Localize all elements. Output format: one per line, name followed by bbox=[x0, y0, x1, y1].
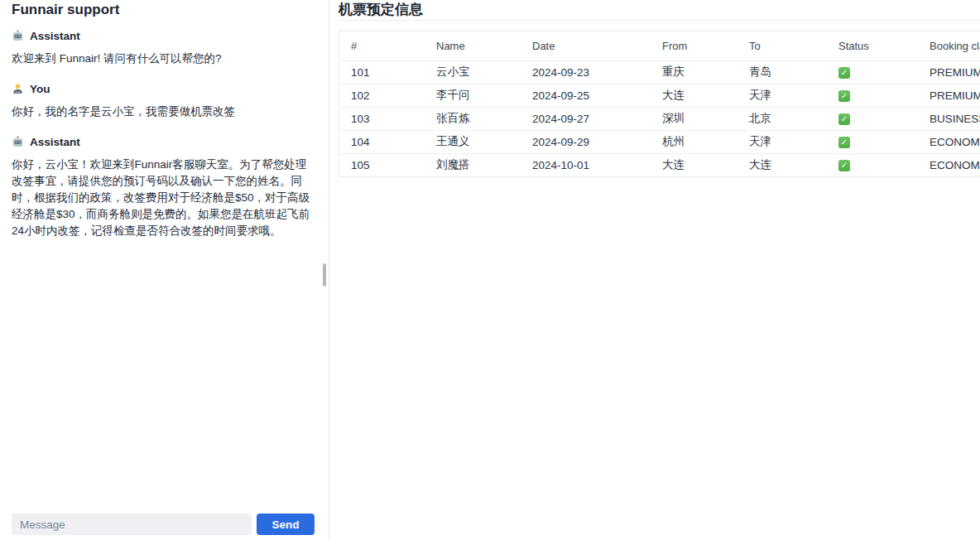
column-header[interactable]: Name bbox=[425, 31, 521, 60]
cell-name: 刘魔搭 bbox=[425, 153, 521, 176]
table-row[interactable]: 102李千问2024-09-25大连天津✓PREMIUM_ECONOMY bbox=[339, 84, 980, 107]
cell-date: 2024-09-25 bbox=[521, 84, 651, 107]
table-row[interactable]: 101云小宝2024-09-23重庆青岛✓PREMIUM_ECONOMY bbox=[339, 60, 980, 84]
cell-from: 深圳 bbox=[651, 107, 737, 130]
column-header[interactable]: To bbox=[737, 31, 827, 60]
column-header[interactable]: From bbox=[651, 31, 737, 60]
cell-booking_class: PREMIUM_ECONOMY bbox=[918, 84, 980, 107]
bookings-table: #NameDateFromToStatusBooking class 101云小… bbox=[339, 31, 980, 176]
column-header[interactable]: Date bbox=[521, 31, 651, 60]
chat-scrollbar-thumb[interactable] bbox=[323, 263, 326, 287]
cell-to: 天津 bbox=[737, 130, 827, 153]
cell-number: 105 bbox=[339, 153, 425, 176]
app-window: Funnair support Assistant欢迎来到 Funnair! 请… bbox=[0, 0, 980, 540]
cell-from: 杭州 bbox=[651, 130, 737, 153]
chat-title: Funnair support bbox=[0, 0, 329, 18]
bookings-title: 机票预定信息 bbox=[339, 2, 980, 18]
robot-icon bbox=[12, 30, 24, 42]
cell-date: 2024-09-23 bbox=[521, 60, 651, 84]
message-author: Assistant bbox=[30, 136, 80, 148]
table-row[interactable]: 104王通义2024-09-29杭州天津✓ECONOMY bbox=[339, 130, 980, 153]
table-row[interactable]: 103张百炼2024-09-27深圳北京✓BUSINESS bbox=[339, 107, 980, 130]
column-header[interactable]: Status bbox=[827, 31, 918, 60]
cell-date: 2024-09-27 bbox=[521, 107, 651, 130]
send-button[interactable]: Send bbox=[257, 513, 315, 535]
chat-panel: Funnair support Assistant欢迎来到 Funnair! 请… bbox=[0, 0, 329, 540]
column-header[interactable]: Booking class bbox=[918, 31, 980, 60]
message-header: You bbox=[12, 83, 312, 95]
message-header: Assistant bbox=[12, 30, 312, 42]
table-header-row: #NameDateFromToStatusBooking class bbox=[339, 31, 980, 60]
cell-booking_class: BUSINESS bbox=[918, 107, 980, 130]
message-text: 你好，云小宝！欢迎来到Funnair客服聊天室。为了帮您处理改签事宜，请提供您的… bbox=[12, 157, 312, 239]
cell-booking_class: ECONOMY bbox=[918, 130, 980, 153]
status-confirmed-icon: ✓ bbox=[838, 137, 850, 148]
message-author: Assistant bbox=[30, 30, 80, 42]
cell-number: 104 bbox=[339, 130, 425, 153]
cell-status: ✓ bbox=[827, 130, 918, 153]
technologist-icon bbox=[12, 83, 24, 95]
cell-status: ✓ bbox=[827, 107, 918, 130]
cell-number: 101 bbox=[339, 60, 425, 84]
message-text: 欢迎来到 Funnair! 请问有什么可以帮您的? bbox=[12, 51, 312, 67]
cell-to: 天津 bbox=[737, 84, 827, 107]
chat-message: Assistant欢迎来到 Funnair! 请问有什么可以帮您的? bbox=[12, 30, 312, 67]
message-list: Assistant欢迎来到 Funnair! 请问有什么可以帮您的?You你好，… bbox=[0, 18, 329, 513]
column-header[interactable]: # bbox=[339, 31, 425, 60]
message-author: You bbox=[30, 83, 50, 95]
message-text: 你好，我的名字是云小宝，我需要做机票改签 bbox=[12, 104, 312, 120]
cell-from: 大连 bbox=[651, 153, 737, 176]
message-input[interactable] bbox=[12, 513, 252, 535]
cell-booking_class: ECONOMY bbox=[918, 153, 980, 176]
chat-message: Assistant你好，云小宝！欢迎来到Funnair客服聊天室。为了帮您处理改… bbox=[12, 136, 312, 239]
status-confirmed-icon: ✓ bbox=[838, 160, 850, 171]
robot-icon bbox=[12, 136, 24, 148]
table-body: 101云小宝2024-09-23重庆青岛✓PREMIUM_ECONOMY102李… bbox=[339, 60, 980, 176]
bookings-grid: #NameDateFromToStatusBooking class 101云小… bbox=[339, 31, 980, 177]
cell-status: ✓ bbox=[827, 153, 918, 176]
table-row[interactable]: 105刘魔搭2024-10-01大连大连✓ECONOMY bbox=[339, 153, 980, 176]
cell-name: 云小宝 bbox=[425, 60, 521, 84]
cell-number: 102 bbox=[339, 84, 425, 107]
cell-status: ✓ bbox=[827, 60, 918, 84]
chat-input-row: Send bbox=[0, 513, 329, 540]
cell-date: 2024-09-29 bbox=[521, 130, 651, 153]
status-confirmed-icon: ✓ bbox=[838, 67, 850, 79]
cell-from: 大连 bbox=[651, 84, 737, 107]
status-confirmed-icon: ✓ bbox=[838, 113, 850, 125]
cell-to: 北京 bbox=[737, 107, 827, 130]
cell-status: ✓ bbox=[827, 84, 918, 107]
status-confirmed-icon: ✓ bbox=[838, 90, 850, 102]
bookings-title-bar: 机票预定信息 bbox=[339, 0, 980, 21]
cell-name: 张百炼 bbox=[425, 107, 521, 130]
message-header: Assistant bbox=[12, 136, 312, 148]
bookings-panel: 机票预定信息 #NameDateFromToStatusBooking clas… bbox=[329, 0, 980, 540]
chat-message: You你好，我的名字是云小宝，我需要做机票改签 bbox=[12, 83, 312, 120]
cell-number: 103 bbox=[339, 107, 425, 130]
cell-name: 王通义 bbox=[425, 130, 521, 153]
cell-to: 大连 bbox=[737, 153, 827, 176]
cell-to: 青岛 bbox=[737, 60, 827, 84]
cell-date: 2024-10-01 bbox=[521, 153, 651, 176]
cell-booking_class: PREMIUM_ECONOMY bbox=[918, 60, 980, 84]
cell-name: 李千问 bbox=[425, 84, 521, 107]
cell-from: 重庆 bbox=[651, 60, 737, 84]
